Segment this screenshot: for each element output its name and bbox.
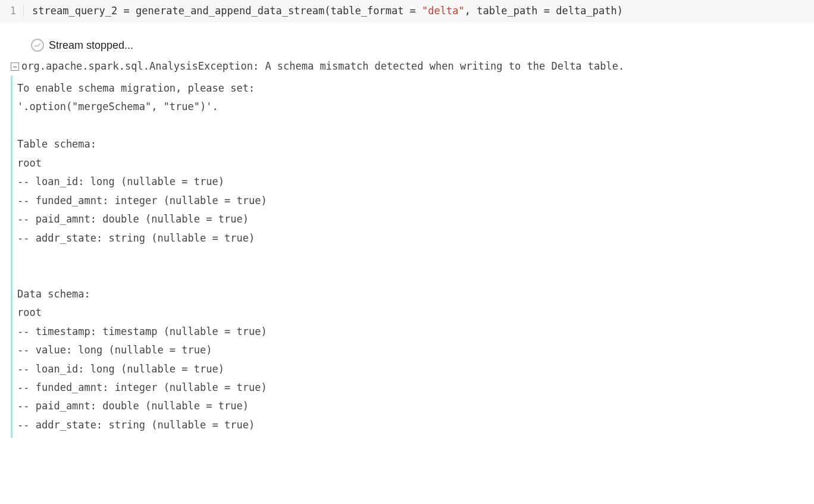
code-comma: , xyxy=(465,5,477,17)
code-function: generate_and_append_data_stream xyxy=(136,5,324,17)
collapse-icon: − xyxy=(12,63,17,70)
collapse-toggle[interactable]: − xyxy=(11,62,19,71)
stream-status-row: Stream stopped... xyxy=(0,39,814,52)
error-header-text: org.apache.spark.sql.AnalysisException: … xyxy=(21,60,624,72)
code-identifier: delta_path xyxy=(556,5,616,17)
line-number-gutter: 1 xyxy=(0,5,24,17)
code-paren-open: ( xyxy=(324,5,330,17)
code-editor-content[interactable]: stream_query_2 = generate_and_append_dat… xyxy=(24,5,623,17)
code-param-assign: = xyxy=(403,5,422,17)
code-paren-close: ) xyxy=(617,5,623,17)
error-detail-block: To enable schema migration, please set: … xyxy=(11,76,814,438)
stream-status-text: Stream stopped... xyxy=(49,39,133,52)
code-variable: stream_query_2 xyxy=(32,5,117,17)
code-param-name: table_path xyxy=(477,5,537,17)
code-param-assign: = xyxy=(538,5,556,17)
code-cell[interactable]: 1 stream_query_2 = generate_and_append_d… xyxy=(0,0,814,22)
code-string-literal: "delta" xyxy=(422,5,465,17)
error-header: −org.apache.spark.sql.AnalysisException:… xyxy=(0,60,814,72)
cell-output-area: Stream stopped... −org.apache.spark.sql.… xyxy=(0,39,814,438)
stream-stopped-icon xyxy=(31,39,44,52)
code-param-name: table_format xyxy=(331,5,404,17)
line-number: 1 xyxy=(10,5,16,17)
code-assign-op: = xyxy=(117,5,136,17)
